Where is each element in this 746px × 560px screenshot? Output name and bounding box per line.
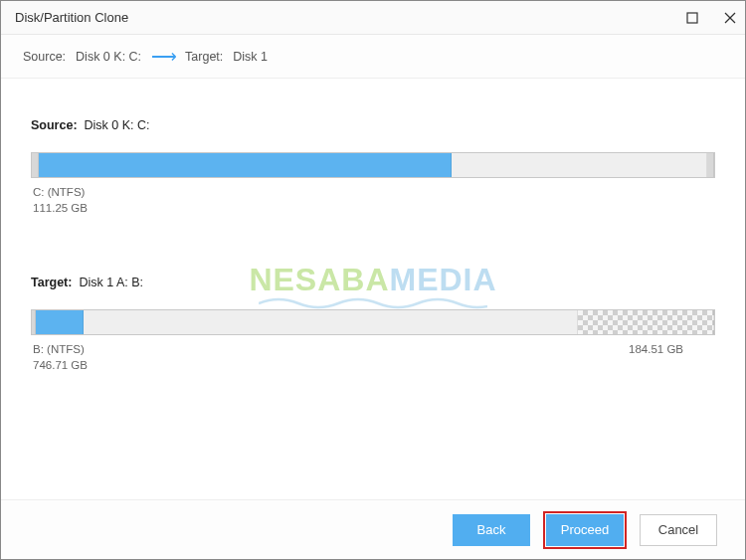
proceed-button[interactable]: Proceed xyxy=(546,514,624,546)
target-partition-size: 746.71 GB xyxy=(33,357,88,373)
disk-segment-grey[interactable] xyxy=(452,153,707,177)
disk-segment-blue[interactable] xyxy=(36,310,84,334)
source-partition-size: 111.25 GB xyxy=(33,200,88,216)
breadcrumb: Source: Disk 0 K: C: ⟶ Target: Disk 1 xyxy=(1,35,745,79)
disk-segment-tiny[interactable] xyxy=(32,153,39,177)
svg-rect-0 xyxy=(687,13,697,23)
window-title: Disk/Partition Clone xyxy=(15,10,128,25)
disk-segment-checker[interactable] xyxy=(578,310,714,334)
breadcrumb-source-label: Source: xyxy=(23,50,66,64)
window-controls xyxy=(685,11,737,25)
content-area: Source: Disk 0 K: C: C: (NTFS) 111.25 GB… xyxy=(1,79,745,373)
target-heading: Target: Disk 1 A: B: xyxy=(31,276,715,289)
arrow-right-icon: ⟶ xyxy=(151,46,175,68)
footer: Back Proceed Cancel xyxy=(1,499,745,559)
maximize-icon[interactable] xyxy=(685,11,699,25)
breadcrumb-source-value: Disk 0 K: C: xyxy=(76,50,141,64)
target-partition-name: B: (NTFS) xyxy=(33,341,88,357)
source-disk-bar[interactable] xyxy=(31,152,715,178)
breadcrumb-target-value: Disk 1 xyxy=(233,50,268,64)
disk-segment-tiny[interactable] xyxy=(707,153,714,177)
back-button[interactable]: Back xyxy=(453,514,530,546)
target-disk-bar[interactable] xyxy=(31,309,715,335)
target-disk-info: B: (NTFS) 746.71 GB 184.51 GB xyxy=(31,341,715,373)
source-section: Source: Disk 0 K: C: C: (NTFS) 111.25 GB xyxy=(31,118,715,216)
breadcrumb-target-label: Target: xyxy=(185,50,223,64)
source-partition-name: C: (NTFS) xyxy=(33,184,88,200)
source-disk-info: C: (NTFS) 111.25 GB xyxy=(31,184,715,216)
target-unallocated-size: 184.51 GB xyxy=(629,341,683,357)
titlebar: Disk/Partition Clone xyxy=(1,1,745,35)
close-icon[interactable] xyxy=(723,11,737,25)
cancel-button[interactable]: Cancel xyxy=(640,514,717,546)
disk-segment-grey[interactable] xyxy=(84,310,578,334)
disk-segment-blue[interactable] xyxy=(39,153,452,177)
source-heading: Source: Disk 0 K: C: xyxy=(31,118,715,132)
target-section: Target: Disk 1 A: B: B: (NTFS) 746.71 GB… xyxy=(31,276,715,373)
